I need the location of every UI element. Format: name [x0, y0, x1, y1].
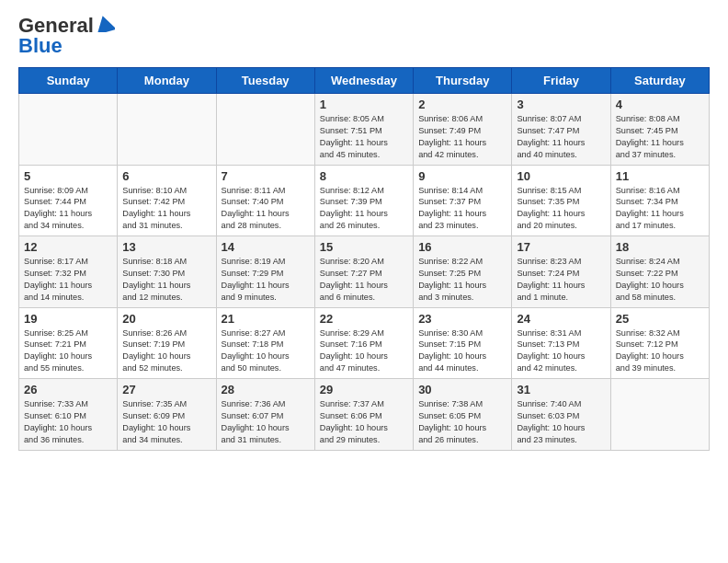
- day-info: Sunrise: 8:29 AM Sunset: 7:16 PM Dayligh…: [320, 327, 408, 375]
- calendar-cell: 5Sunrise: 8:09 AM Sunset: 7:44 PM Daylig…: [19, 165, 118, 236]
- calendar-table: SundayMondayTuesdayWednesdayThursdayFrid…: [18, 67, 710, 451]
- day-number: 18: [616, 240, 704, 254]
- logo-blue-text: Blue: [18, 34, 63, 58]
- calendar-cell: 30Sunrise: 7:38 AM Sunset: 6:05 PM Dayli…: [414, 379, 512, 451]
- day-number: 28: [222, 383, 310, 396]
- day-info: Sunrise: 8:27 AM Sunset: 7:18 PM Dayligh…: [222, 327, 310, 375]
- day-info: Sunrise: 8:20 AM Sunset: 7:27 PM Dayligh…: [320, 256, 408, 304]
- day-number: 1: [320, 98, 408, 111]
- header: General Blue: [18, 14, 710, 58]
- day-number: 30: [418, 383, 506, 396]
- day-number: 15: [320, 240, 408, 254]
- week-row-4: 19Sunrise: 8:25 AM Sunset: 7:21 PM Dayli…: [19, 307, 710, 379]
- day-number: 12: [24, 240, 112, 254]
- day-info: Sunrise: 8:32 AM Sunset: 7:12 PM Dayligh…: [616, 327, 704, 375]
- day-info: Sunrise: 8:22 AM Sunset: 7:25 PM Dayligh…: [418, 256, 506, 304]
- day-info: Sunrise: 8:26 AM Sunset: 7:19 PM Dayligh…: [122, 327, 210, 375]
- day-number: 17: [517, 240, 605, 254]
- day-info: Sunrise: 8:16 AM Sunset: 7:34 PM Dayligh…: [616, 185, 704, 233]
- calendar-cell: 11Sunrise: 8:16 AM Sunset: 7:34 PM Dayli…: [610, 165, 709, 236]
- header-day-wednesday: Wednesday: [314, 68, 413, 94]
- day-info: Sunrise: 8:18 AM Sunset: 7:30 PM Dayligh…: [122, 256, 210, 304]
- day-info: Sunrise: 8:19 AM Sunset: 7:29 PM Dayligh…: [222, 256, 310, 304]
- header-day-tuesday: Tuesday: [216, 68, 314, 94]
- day-number: 13: [122, 240, 210, 254]
- day-number: 7: [222, 169, 310, 183]
- calendar-cell: 24Sunrise: 8:31 AM Sunset: 7:13 PM Dayli…: [512, 307, 610, 379]
- day-number: 4: [616, 98, 704, 111]
- day-number: 27: [122, 383, 210, 396]
- calendar-cell: 12Sunrise: 8:17 AM Sunset: 7:32 PM Dayli…: [19, 236, 118, 308]
- calendar-cell: 6Sunrise: 8:10 AM Sunset: 7:42 PM Daylig…: [118, 165, 216, 236]
- calendar-cell: 20Sunrise: 8:26 AM Sunset: 7:19 PM Dayli…: [118, 307, 216, 379]
- week-row-1: 1Sunrise: 8:05 AM Sunset: 7:51 PM Daylig…: [19, 94, 710, 166]
- day-info: Sunrise: 8:05 AM Sunset: 7:51 PM Dayligh…: [320, 113, 408, 161]
- day-number: 16: [418, 240, 506, 254]
- day-info: Sunrise: 8:31 AM Sunset: 7:13 PM Dayligh…: [517, 327, 605, 375]
- day-number: 26: [24, 383, 112, 396]
- calendar-container: General Blue SundayMondayTuesdayWednesda…: [0, 0, 728, 460]
- week-row-2: 5Sunrise: 8:09 AM Sunset: 7:44 PM Daylig…: [19, 165, 710, 236]
- day-number: 19: [24, 312, 112, 326]
- calendar-cell: 18Sunrise: 8:24 AM Sunset: 7:22 PM Dayli…: [610, 236, 709, 308]
- day-number: 5: [24, 169, 112, 183]
- calendar-cell: 15Sunrise: 8:20 AM Sunset: 7:27 PM Dayli…: [314, 236, 413, 308]
- calendar-cell: 14Sunrise: 8:19 AM Sunset: 7:29 PM Dayli…: [216, 236, 314, 308]
- day-info: Sunrise: 7:37 AM Sunset: 6:06 PM Dayligh…: [320, 398, 408, 446]
- calendar-cell: 16Sunrise: 8:22 AM Sunset: 7:25 PM Dayli…: [414, 236, 512, 308]
- calendar-cell: 26Sunrise: 7:33 AM Sunset: 6:10 PM Dayli…: [19, 379, 118, 451]
- day-info: Sunrise: 8:06 AM Sunset: 7:49 PM Dayligh…: [418, 113, 506, 161]
- day-number: 3: [517, 98, 605, 111]
- calendar-cell: 22Sunrise: 8:29 AM Sunset: 7:16 PM Dayli…: [314, 307, 413, 379]
- day-number: 2: [418, 98, 506, 111]
- day-info: Sunrise: 8:12 AM Sunset: 7:39 PM Dayligh…: [320, 185, 408, 233]
- day-number: 21: [222, 312, 310, 326]
- day-number: 11: [616, 169, 704, 183]
- calendar-cell: [118, 94, 216, 166]
- day-info: Sunrise: 8:14 AM Sunset: 7:37 PM Dayligh…: [418, 185, 506, 233]
- day-number: 6: [122, 169, 210, 183]
- calendar-cell: 31Sunrise: 7:40 AM Sunset: 6:03 PM Dayli…: [512, 379, 610, 451]
- logo-bird-icon: [95, 16, 115, 32]
- day-info: Sunrise: 7:36 AM Sunset: 6:07 PM Dayligh…: [222, 398, 310, 446]
- calendar-cell: 2Sunrise: 8:06 AM Sunset: 7:49 PM Daylig…: [414, 94, 512, 166]
- day-info: Sunrise: 7:33 AM Sunset: 6:10 PM Dayligh…: [24, 398, 112, 446]
- header-day-monday: Monday: [118, 68, 216, 94]
- calendar-cell: [216, 94, 314, 166]
- calendar-cell: 1Sunrise: 8:05 AM Sunset: 7:51 PM Daylig…: [314, 94, 413, 166]
- day-info: Sunrise: 8:08 AM Sunset: 7:45 PM Dayligh…: [616, 113, 704, 161]
- day-number: 9: [418, 169, 506, 183]
- day-number: 25: [616, 312, 704, 326]
- day-info: Sunrise: 8:10 AM Sunset: 7:42 PM Dayligh…: [122, 185, 210, 233]
- calendar-cell: 27Sunrise: 7:35 AM Sunset: 6:09 PM Dayli…: [118, 379, 216, 451]
- week-row-3: 12Sunrise: 8:17 AM Sunset: 7:32 PM Dayli…: [19, 236, 710, 308]
- calendar-cell: 9Sunrise: 8:14 AM Sunset: 7:37 PM Daylig…: [414, 165, 512, 236]
- calendar-cell: 13Sunrise: 8:18 AM Sunset: 7:30 PM Dayli…: [118, 236, 216, 308]
- calendar-cell: 8Sunrise: 8:12 AM Sunset: 7:39 PM Daylig…: [314, 165, 413, 236]
- day-info: Sunrise: 7:38 AM Sunset: 6:05 PM Dayligh…: [418, 398, 506, 446]
- calendar-cell: 28Sunrise: 7:36 AM Sunset: 6:07 PM Dayli…: [216, 379, 314, 451]
- day-info: Sunrise: 8:23 AM Sunset: 7:24 PM Dayligh…: [517, 256, 605, 304]
- day-info: Sunrise: 8:15 AM Sunset: 7:35 PM Dayligh…: [517, 185, 605, 233]
- day-number: 23: [418, 312, 506, 326]
- day-info: Sunrise: 8:17 AM Sunset: 7:32 PM Dayligh…: [24, 256, 112, 304]
- header-row: SundayMondayTuesdayWednesdayThursdayFrid…: [19, 68, 710, 94]
- calendar-cell: [19, 94, 118, 166]
- day-info: Sunrise: 7:35 AM Sunset: 6:09 PM Dayligh…: [122, 398, 210, 446]
- day-number: 14: [222, 240, 310, 254]
- day-number: 24: [517, 312, 605, 326]
- day-number: 10: [517, 169, 605, 183]
- calendar-cell: 17Sunrise: 8:23 AM Sunset: 7:24 PM Dayli…: [512, 236, 610, 308]
- header-day-saturday: Saturday: [610, 68, 709, 94]
- day-number: 8: [320, 169, 408, 183]
- calendar-cell: 4Sunrise: 8:08 AM Sunset: 7:45 PM Daylig…: [610, 94, 709, 166]
- calendar-cell: 25Sunrise: 8:32 AM Sunset: 7:12 PM Dayli…: [610, 307, 709, 379]
- day-number: 22: [320, 312, 408, 326]
- day-info: Sunrise: 7:40 AM Sunset: 6:03 PM Dayligh…: [517, 398, 605, 446]
- header-day-friday: Friday: [512, 68, 610, 94]
- day-info: Sunrise: 8:25 AM Sunset: 7:21 PM Dayligh…: [24, 327, 112, 375]
- day-info: Sunrise: 8:07 AM Sunset: 7:47 PM Dayligh…: [517, 113, 605, 161]
- calendar-cell: 23Sunrise: 8:30 AM Sunset: 7:15 PM Dayli…: [414, 307, 512, 379]
- day-info: Sunrise: 8:24 AM Sunset: 7:22 PM Dayligh…: [616, 256, 704, 304]
- day-number: 29: [320, 383, 408, 396]
